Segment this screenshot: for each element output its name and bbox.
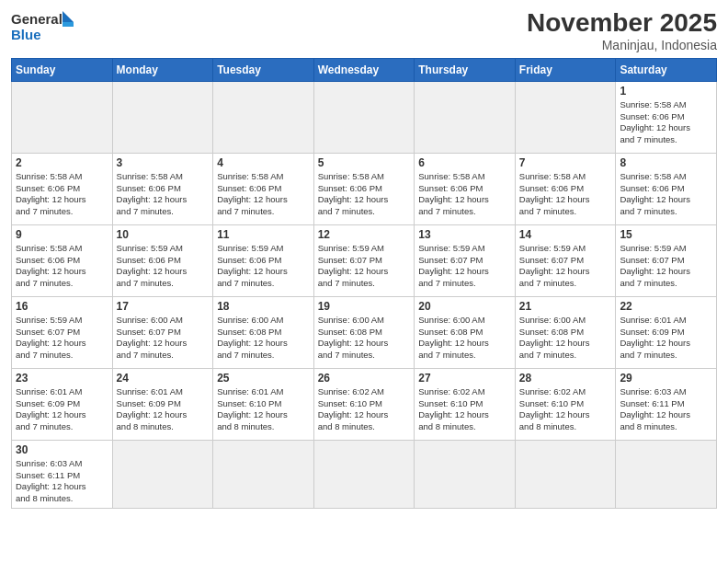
table-cell: 28Sunrise: 6:02 AMSunset: 6:10 PMDayligh…	[515, 368, 616, 440]
col-tuesday: Tuesday	[213, 58, 314, 81]
cell-info: Sunrise: 5:59 AMSunset: 6:07 PMDaylight:…	[620, 243, 712, 290]
cell-info: Sunrise: 6:00 AMSunset: 6:08 PMDaylight:…	[318, 315, 411, 362]
header: General Blue November 2025 Maninjau, Ind…	[11, 9, 717, 52]
table-cell	[213, 440, 314, 508]
table-cell: 8Sunrise: 5:58 AMSunset: 6:06 PMDaylight…	[616, 153, 717, 224]
table-cell: 9Sunrise: 5:58 AMSunset: 6:06 PMDaylight…	[12, 224, 113, 296]
cell-info: Sunrise: 5:59 AMSunset: 6:06 PMDaylight:…	[117, 243, 210, 290]
cell-info: Sunrise: 5:58 AMSunset: 6:06 PMDaylight:…	[16, 243, 108, 290]
cell-info: Sunrise: 6:03 AMSunset: 6:11 PMDaylight:…	[16, 458, 108, 505]
table-cell	[313, 81, 415, 153]
col-wednesday: Wednesday	[313, 58, 415, 81]
date-number: 17	[117, 300, 210, 313]
date-number: 26	[318, 372, 411, 385]
cell-info: Sunrise: 5:58 AMSunset: 6:06 PMDaylight:…	[318, 171, 411, 218]
date-number: 20	[418, 300, 511, 313]
month-title: November 2025	[527, 9, 717, 38]
table-cell: 14Sunrise: 5:59 AMSunset: 6:07 PMDayligh…	[515, 224, 616, 296]
cell-info: Sunrise: 5:58 AMSunset: 6:06 PMDaylight:…	[16, 171, 108, 218]
table-cell: 30Sunrise: 6:03 AMSunset: 6:11 PMDayligh…	[12, 440, 113, 508]
table-cell	[112, 81, 213, 153]
date-number: 4	[217, 156, 310, 169]
cell-info: Sunrise: 6:03 AMSunset: 6:11 PMDaylight:…	[620, 386, 712, 433]
cell-info: Sunrise: 6:00 AMSunset: 6:08 PMDaylight:…	[217, 315, 310, 362]
col-saturday: Saturday	[616, 58, 717, 81]
table-cell: 13Sunrise: 5:59 AMSunset: 6:07 PMDayligh…	[415, 224, 516, 296]
date-number: 13	[418, 228, 511, 241]
logo-svg: General Blue	[11, 9, 75, 46]
table-cell: 7Sunrise: 5:58 AMSunset: 6:06 PMDaylight…	[515, 153, 616, 224]
table-cell: 26Sunrise: 6:02 AMSunset: 6:10 PMDayligh…	[313, 368, 415, 440]
table-cell: 17Sunrise: 6:00 AMSunset: 6:07 PMDayligh…	[112, 296, 213, 368]
table-cell: 2Sunrise: 5:58 AMSunset: 6:06 PMDaylight…	[12, 153, 113, 224]
table-cell: 21Sunrise: 6:00 AMSunset: 6:08 PMDayligh…	[515, 296, 616, 368]
page: General Blue November 2025 Maninjau, Ind…	[0, 0, 728, 563]
cell-info: Sunrise: 5:59 AMSunset: 6:06 PMDaylight:…	[217, 243, 310, 290]
table-cell	[415, 440, 516, 508]
table-cell: 11Sunrise: 5:59 AMSunset: 6:06 PMDayligh…	[213, 224, 314, 296]
table-cell: 19Sunrise: 6:00 AMSunset: 6:08 PMDayligh…	[313, 296, 415, 368]
table-cell: 15Sunrise: 5:59 AMSunset: 6:07 PMDayligh…	[616, 224, 717, 296]
cell-info: Sunrise: 5:59 AMSunset: 6:07 PMDaylight:…	[519, 243, 612, 290]
date-number: 28	[519, 372, 612, 385]
date-number: 12	[318, 228, 411, 241]
svg-text:Blue: Blue	[11, 27, 41, 42]
table-cell: 20Sunrise: 6:00 AMSunset: 6:08 PMDayligh…	[415, 296, 516, 368]
calendar-header-row: Sunday Monday Tuesday Wednesday Thursday…	[12, 58, 717, 81]
date-number: 16	[16, 300, 108, 313]
table-cell	[12, 81, 113, 153]
cell-info: Sunrise: 6:01 AMSunset: 6:09 PMDaylight:…	[117, 386, 210, 433]
cell-info: Sunrise: 5:59 AMSunset: 6:07 PMDaylight:…	[318, 243, 411, 290]
calendar: Sunday Monday Tuesday Wednesday Thursday…	[11, 58, 717, 509]
logo: General Blue	[11, 9, 75, 46]
cell-info: Sunrise: 6:02 AMSunset: 6:10 PMDaylight:…	[519, 386, 612, 433]
date-number: 23	[16, 372, 108, 385]
table-cell: 12Sunrise: 5:59 AMSunset: 6:07 PMDayligh…	[313, 224, 415, 296]
cell-info: Sunrise: 6:01 AMSunset: 6:09 PMDaylight:…	[620, 315, 712, 362]
date-number: 2	[16, 156, 108, 169]
cell-info: Sunrise: 5:58 AMSunset: 6:06 PMDaylight:…	[217, 171, 310, 218]
table-cell: 22Sunrise: 6:01 AMSunset: 6:09 PMDayligh…	[616, 296, 717, 368]
table-cell: 18Sunrise: 6:00 AMSunset: 6:08 PMDayligh…	[213, 296, 314, 368]
cell-info: Sunrise: 5:59 AMSunset: 6:07 PMDaylight:…	[16, 315, 108, 362]
cell-info: Sunrise: 5:58 AMSunset: 6:06 PMDaylight:…	[620, 171, 712, 218]
date-number: 18	[217, 300, 310, 313]
date-number: 30	[16, 443, 108, 456]
cell-info: Sunrise: 5:58 AMSunset: 6:06 PMDaylight:…	[117, 171, 210, 218]
table-cell: 6Sunrise: 5:58 AMSunset: 6:06 PMDaylight…	[415, 153, 516, 224]
date-number: 21	[519, 300, 612, 313]
cell-info: Sunrise: 6:00 AMSunset: 6:07 PMDaylight:…	[117, 315, 210, 362]
cell-info: Sunrise: 5:58 AMSunset: 6:06 PMDaylight:…	[418, 171, 511, 218]
cell-info: Sunrise: 6:02 AMSunset: 6:10 PMDaylight:…	[418, 386, 511, 433]
date-number: 22	[620, 300, 712, 313]
table-cell	[616, 440, 717, 508]
location: Maninjau, Indonesia	[527, 38, 717, 52]
table-cell: 5Sunrise: 5:58 AMSunset: 6:06 PMDaylight…	[313, 153, 415, 224]
date-number: 1	[620, 85, 712, 98]
cell-info: Sunrise: 6:01 AMSunset: 6:10 PMDaylight:…	[217, 386, 310, 433]
date-number: 8	[620, 156, 712, 169]
date-number: 9	[16, 228, 108, 241]
col-friday: Friday	[515, 58, 616, 81]
table-cell: 23Sunrise: 6:01 AMSunset: 6:09 PMDayligh…	[12, 368, 113, 440]
col-sunday: Sunday	[12, 58, 113, 81]
date-number: 3	[117, 156, 210, 169]
cell-info: Sunrise: 5:59 AMSunset: 6:07 PMDaylight:…	[418, 243, 511, 290]
table-cell: 29Sunrise: 6:03 AMSunset: 6:11 PMDayligh…	[616, 368, 717, 440]
date-number: 11	[217, 228, 310, 241]
table-cell	[515, 440, 616, 508]
col-monday: Monday	[112, 58, 213, 81]
table-cell: 27Sunrise: 6:02 AMSunset: 6:10 PMDayligh…	[415, 368, 516, 440]
table-cell: 4Sunrise: 5:58 AMSunset: 6:06 PMDaylight…	[213, 153, 314, 224]
table-cell: 25Sunrise: 6:01 AMSunset: 6:10 PMDayligh…	[213, 368, 314, 440]
table-cell: 16Sunrise: 5:59 AMSunset: 6:07 PMDayligh…	[12, 296, 113, 368]
cell-info: Sunrise: 6:02 AMSunset: 6:10 PMDaylight:…	[318, 386, 411, 433]
date-number: 6	[418, 156, 511, 169]
table-cell: 24Sunrise: 6:01 AMSunset: 6:09 PMDayligh…	[112, 368, 213, 440]
date-number: 7	[519, 156, 612, 169]
table-cell	[112, 440, 213, 508]
cell-info: Sunrise: 6:00 AMSunset: 6:08 PMDaylight:…	[519, 315, 612, 362]
table-cell: 3Sunrise: 5:58 AMSunset: 6:06 PMDaylight…	[112, 153, 213, 224]
table-cell: 10Sunrise: 5:59 AMSunset: 6:06 PMDayligh…	[112, 224, 213, 296]
table-cell: 1Sunrise: 5:58 AMSunset: 6:06 PMDaylight…	[616, 81, 717, 153]
